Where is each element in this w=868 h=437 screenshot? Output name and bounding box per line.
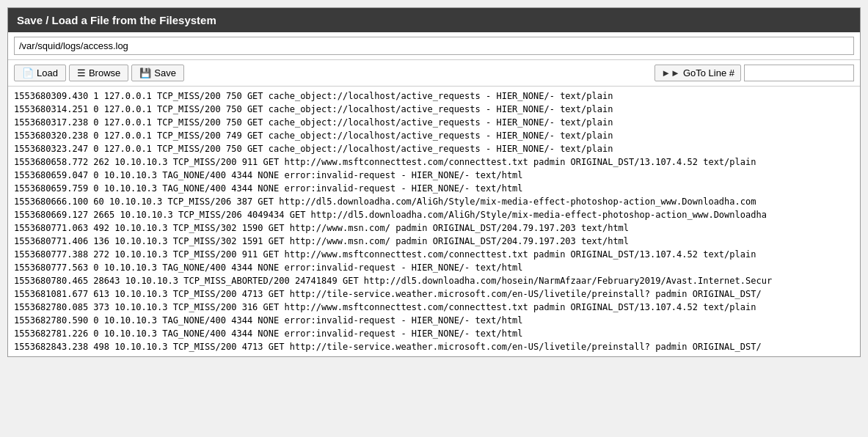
- window-title: Save / Load a File from the Filesystem: [17, 14, 216, 26]
- log-area: 1553680309.430 1 127.0.0.1 TCP_MISS/200 …: [8, 87, 860, 356]
- log-line: 1553680666.100 60 10.10.10.3 TCP_MISS/20…: [12, 195, 856, 208]
- load-label: Load: [37, 67, 58, 78]
- save-icon: 💾: [139, 67, 151, 78]
- title-bar: Save / Load a File from the Filesystem: [8, 8, 860, 32]
- log-line: 1553680317.238 0 127.0.0.1 TCP_MISS/200 …: [12, 116, 856, 129]
- log-line: 1553682780.085 373 10.10.10.3 TCP_MISS/2…: [12, 301, 856, 314]
- log-line: 1553680658.772 262 10.10.10.3 TCP_MISS/2…: [12, 155, 856, 169]
- browse-label: Browse: [89, 67, 120, 78]
- log-line: 1553680771.406 136 10.10.10.3 TCP_MISS/3…: [12, 235, 856, 248]
- log-line: 1553682780.590 0 10.10.10.3 TAG_NONE/400…: [12, 314, 856, 327]
- log-line: 1553682781.226 0 10.10.10.3 TAG_NONE/400…: [12, 327, 856, 340]
- browse-icon: ☰: [77, 67, 86, 78]
- main-window: Save / Load a File from the Filesystem 📄…: [7, 7, 861, 357]
- path-input[interactable]: [14, 37, 854, 55]
- log-line: 1553680780.465 28643 10.10.10.3 TCP_MISS…: [12, 274, 856, 287]
- log-line: 1553682843.238 498 10.10.10.3 TCP_MISS/2…: [12, 340, 856, 353]
- load-icon: 📄: [22, 67, 34, 78]
- log-line: 1553680659.759 0 10.10.10.3 TAG_NONE/400…: [12, 182, 856, 195]
- log-line: 1553680323.247 0 127.0.0.1 TCP_MISS/200 …: [12, 142, 856, 155]
- log-line: 1553680309.430 1 127.0.0.1 TCP_MISS/200 …: [12, 89, 856, 103]
- goto-line-input[interactable]: [744, 65, 854, 81]
- load-button[interactable]: 📄 Load: [14, 65, 66, 81]
- log-line: 1553680777.388 272 10.10.10.3 TCP_MISS/2…: [12, 248, 856, 261]
- log-line: 1553680320.238 0 127.0.0.1 TCP_MISS/200 …: [12, 129, 856, 142]
- log-line: 1553680771.063 492 10.10.10.3 TCP_MISS/3…: [12, 221, 856, 235]
- save-button[interactable]: 💾 Save: [131, 65, 184, 81]
- log-line: 1553681081.677 613 10.10.10.3 TCP_MISS/2…: [12, 287, 856, 301]
- save-label: Save: [154, 67, 176, 78]
- goto-arrow-icon: ►►: [661, 67, 680, 78]
- goto-label: GoTo Line #: [683, 67, 734, 78]
- path-bar: [8, 32, 860, 60]
- log-line: 1553680659.047 0 10.10.10.3 TAG_NONE/400…: [12, 169, 856, 182]
- log-line: 1553680314.251 0 127.0.0.1 TCP_MISS/200 …: [12, 103, 856, 116]
- goto-section: ►► GoTo Line #: [654, 65, 854, 81]
- log-line: 1553680669.127 2665 10.10.10.3 TCP_MISS/…: [12, 208, 856, 221]
- goto-button[interactable]: ►► GoTo Line #: [654, 65, 741, 81]
- browse-button[interactable]: ☰ Browse: [69, 65, 128, 81]
- toolbar: 📄 Load ☰ Browse 💾 Save ►► GoTo Line #: [8, 60, 860, 87]
- log-line: 1553680777.563 0 10.10.10.3 TAG_NONE/400…: [12, 261, 856, 274]
